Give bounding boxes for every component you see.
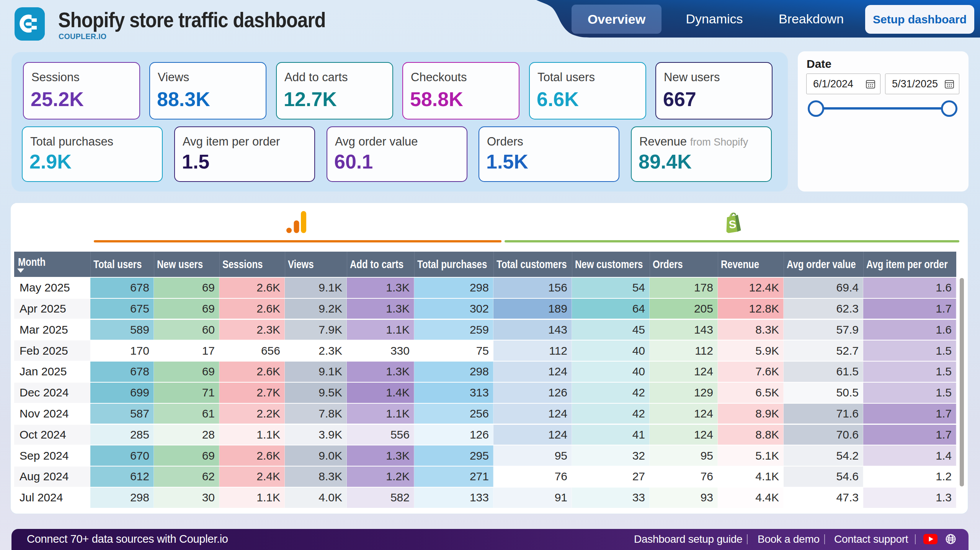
- svg-text:S: S: [728, 218, 737, 231]
